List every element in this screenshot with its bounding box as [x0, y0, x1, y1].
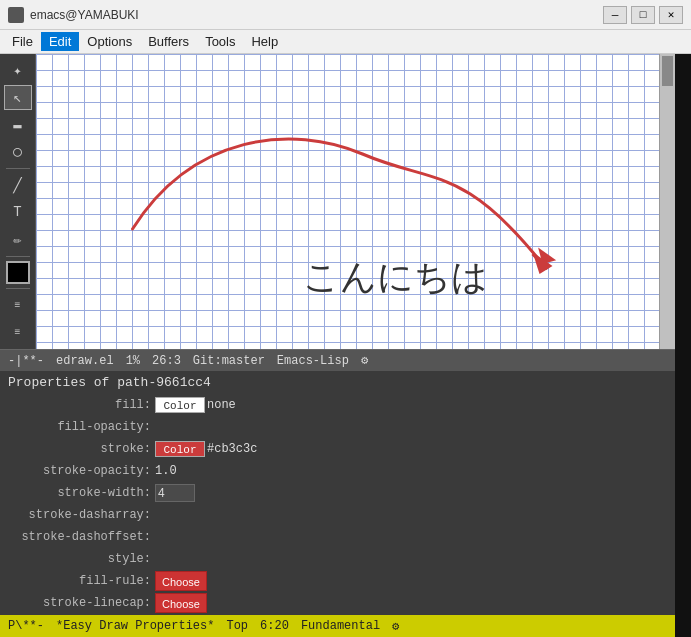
- extra-tool2[interactable]: ≡: [4, 320, 32, 345]
- scrollbar-thumb[interactable]: [662, 56, 673, 86]
- window-title: emacs@YAMABUKI: [30, 8, 139, 22]
- window-controls: — □ ✕: [603, 6, 683, 24]
- text-tool[interactable]: T: [4, 200, 32, 225]
- bottom-position: 6:20: [260, 619, 289, 633]
- vertical-scrollbar[interactable]: [659, 54, 675, 349]
- stroke-opacity-text: 1.0: [155, 464, 177, 478]
- stroke-width-label: stroke-width:: [0, 486, 155, 500]
- stroke-color-swatch[interactable]: Color: [155, 441, 205, 457]
- fill-color-swatch[interactable]: Color: [155, 397, 205, 413]
- canvas-svg: こんにちは: [36, 54, 659, 349]
- prop-row-stroke-linecap: stroke-linecap: Choose: [0, 592, 675, 614]
- style-label: style:: [0, 552, 155, 566]
- menu-help[interactable]: Help: [243, 32, 286, 51]
- status-bar-top: -|**- edraw.el 1% 26:3 Git:master Emacs-…: [0, 349, 675, 371]
- prop-row-fill-rule: fill-rule: Choose: [0, 570, 675, 592]
- fill-rule-choose-button[interactable]: Choose: [155, 571, 207, 591]
- stroke-linecap-label: stroke-linecap:: [0, 596, 155, 610]
- prop-row-stroke-opacity: stroke-opacity: 1.0: [0, 460, 675, 482]
- stroke-dasharray-label: stroke-dasharray:: [0, 508, 155, 522]
- title-bar: emacs@YAMABUKI — □ ✕: [0, 0, 691, 30]
- bottom-filename: *Easy Draw Properties*: [56, 619, 214, 633]
- close-button[interactable]: ✕: [659, 6, 683, 24]
- color-swatch-tool[interactable]: [6, 261, 30, 284]
- stroke-text: #cb3c3c: [207, 442, 257, 456]
- separator: [6, 168, 30, 169]
- bottom-gear-icon[interactable]: ⚙: [392, 619, 399, 634]
- bottom-lang: Fundamental: [301, 619, 380, 633]
- fill-opacity-label: fill-opacity:: [0, 420, 155, 434]
- properties-panel: Properties of path-9661cc4 fill: Color n…: [0, 371, 675, 615]
- prop-row-fill: fill: Color none: [0, 394, 675, 416]
- status-position: 26:3: [152, 354, 181, 368]
- properties-header: Properties of path-9661cc4: [0, 371, 675, 394]
- status-mode: -|**-: [8, 354, 44, 368]
- app-icon: [8, 7, 24, 23]
- bottom-mode: P\**-: [8, 619, 44, 633]
- prop-row-stroke: stroke: Color #cb3c3c: [0, 438, 675, 460]
- canvas-area[interactable]: こんにちは: [36, 54, 659, 349]
- toolbar: ✦ ↖ ▬ ◯ ╱ T ✏ ≡ ≡: [0, 54, 36, 349]
- prop-row-stroke-dashoffset: stroke-dashoffset:: [0, 526, 675, 548]
- status-percent: 1%: [126, 354, 140, 368]
- menu-file[interactable]: File: [4, 32, 41, 51]
- stroke-opacity-label: stroke-opacity:: [0, 464, 155, 478]
- ellipse-tool[interactable]: ◯: [4, 139, 32, 164]
- menu-bar: File Edit Options Buffers Tools Help: [0, 30, 691, 54]
- menu-tools[interactable]: Tools: [197, 32, 243, 51]
- separator3: [6, 288, 30, 289]
- arrow-tool[interactable]: ↖: [4, 85, 32, 110]
- prop-row-stroke-width: stroke-width:: [0, 482, 675, 504]
- canvas-section: ✦ ↖ ▬ ◯ ╱ T ✏ ≡ ≡: [0, 54, 675, 349]
- select-tool[interactable]: ✦: [4, 58, 32, 83]
- pencil-tool[interactable]: ✏: [4, 227, 32, 252]
- rect-tool[interactable]: ▬: [4, 112, 32, 137]
- menu-edit[interactable]: Edit: [41, 32, 79, 51]
- prop-row-fill-opacity: fill-opacity:: [0, 416, 675, 438]
- app-window: emacs@YAMABUKI — □ ✕ File Edit Options B…: [0, 0, 691, 637]
- status-filename: edraw.el: [56, 354, 114, 368]
- extra-tool[interactable]: ≡: [4, 293, 32, 318]
- fill-text: none: [207, 398, 236, 412]
- editor-section: ✦ ↖ ▬ ◯ ╱ T ✏ ≡ ≡: [0, 54, 675, 637]
- prop-row-stroke-dasharray: stroke-dasharray:: [0, 504, 675, 526]
- path-tool[interactable]: ╱: [4, 173, 32, 198]
- minimize-button[interactable]: —: [603, 6, 627, 24]
- stroke-linecap-choose-button[interactable]: Choose: [155, 593, 207, 613]
- status-lang: Emacs-Lisp: [277, 354, 349, 368]
- maximize-button[interactable]: □: [631, 6, 655, 24]
- gear-icon[interactable]: ⚙: [361, 353, 368, 368]
- separator2: [6, 256, 30, 257]
- stroke-dashoffset-label: stroke-dashoffset:: [0, 530, 155, 544]
- stroke-value: Color #cb3c3c: [155, 441, 257, 457]
- stroke-width-input[interactable]: [155, 484, 195, 502]
- prop-row-style: style:: [0, 548, 675, 570]
- svg-text:こんにちは: こんにちは: [303, 256, 488, 297]
- fill-label: fill:: [0, 398, 155, 412]
- menu-buffers[interactable]: Buffers: [140, 32, 197, 51]
- right-panel: [675, 54, 691, 637]
- status-bar-bottom: P\**- *Easy Draw Properties* Top 6:20 Fu…: [0, 615, 675, 637]
- menu-options[interactable]: Options: [79, 32, 140, 51]
- bottom-percent: Top: [226, 619, 248, 633]
- fill-rule-label: fill-rule:: [0, 574, 155, 588]
- fill-value: Color none: [155, 397, 236, 413]
- main-layout: ✦ ↖ ▬ ◯ ╱ T ✏ ≡ ≡: [0, 54, 691, 637]
- stroke-label: stroke:: [0, 442, 155, 456]
- status-branch: Git:master: [193, 354, 265, 368]
